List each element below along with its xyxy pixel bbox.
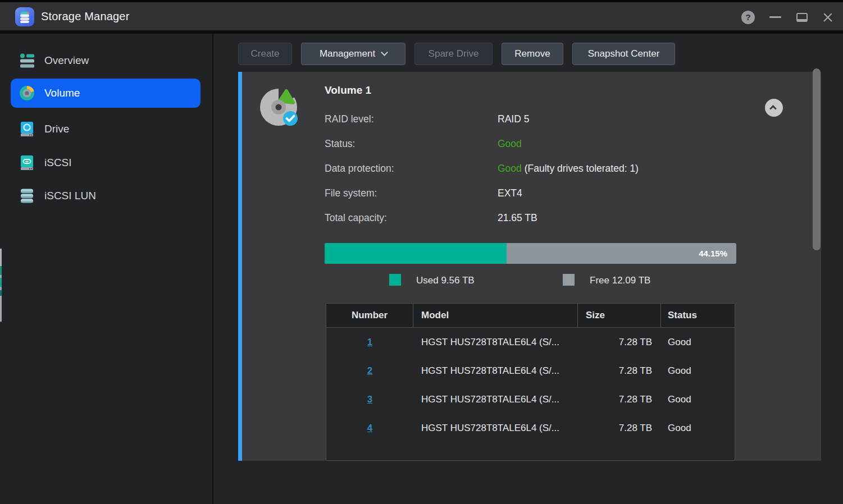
usage-progress-bar: 44.15% (325, 243, 736, 264)
sidebar-item-label: iSCSI (44, 150, 72, 175)
storage-manager-window: Storage Manager ? (0, 0, 843, 504)
maximize-icon (796, 13, 808, 22)
chevron-down-icon (381, 49, 388, 56)
sidebar-item-label: Drive (44, 116, 69, 141)
volume-panel: Volume 1 RAID level: RAID 5 Status: Good… (238, 72, 821, 461)
drive-number-link[interactable]: 2 (367, 365, 372, 377)
storage-manager-app-icon (15, 7, 34, 26)
minimize-button[interactable] (765, 2, 785, 32)
column-header-model: Model (413, 304, 578, 327)
volume-title: Volume 1 (325, 84, 371, 97)
snapshot-center-button[interactable]: Snapshot Center (572, 43, 675, 65)
sidebar-item-overview[interactable]: Overview (0, 48, 212, 73)
drive-number-link[interactable]: 4 (367, 423, 372, 434)
drive-status: Good (661, 328, 735, 356)
drive-size: 7.28 TB (578, 328, 661, 356)
content-area: Create Management Spare Drive Remove Sna… (213, 34, 843, 504)
sidebar-item-label: Overview (44, 48, 89, 73)
close-button[interactable] (818, 2, 837, 32)
drive-status: Good (661, 356, 735, 385)
info-row-status: Status: Good (325, 131, 718, 156)
drive-size: 7.28 TB (578, 356, 661, 385)
volume-disk-icon (258, 86, 301, 130)
table-row: 2 HGST HUS728T8TALE6L4 (S/... 7.28 TB Go… (326, 356, 735, 385)
file-system-value: EXT4 (498, 181, 522, 205)
drive-model: HGST HUS728T8TALE6L4 (S/... (413, 356, 578, 385)
close-icon (822, 11, 834, 24)
titlebar: Storage Manager ? (0, 2, 843, 32)
drive-status: Good (661, 414, 735, 442)
sidebar-item-drive[interactable]: Drive (0, 116, 212, 141)
remove-button[interactable]: Remove (502, 43, 563, 65)
usage-legend: Used 9.56 TB Free 12.09 TB (325, 274, 736, 287)
drive-status: Good (661, 385, 735, 414)
drive-number-link[interactable]: 3 (367, 394, 372, 405)
column-header-number: Number (326, 304, 413, 327)
column-header-status: Status (661, 304, 735, 327)
sidebar: Overview Volume (0, 34, 212, 504)
sidebar-item-label: Volume (44, 79, 80, 108)
app-body: Overview Volume (0, 34, 843, 504)
help-button[interactable]: ? (739, 2, 758, 32)
drive-size: 7.28 TB (578, 385, 661, 414)
collapse-panel-button[interactable] (765, 99, 783, 117)
sidebar-item-iscsi[interactable]: iSCSI (0, 150, 212, 175)
volume-icon (19, 85, 35, 102)
minimize-icon (769, 16, 781, 18)
free-label: Free 12.09 TB (590, 274, 650, 287)
status-good-badge: Good (498, 138, 522, 149)
drive-table: Number Model Size Status 1 HGST HUS728T8… (326, 303, 735, 461)
create-button[interactable]: Create (238, 43, 292, 65)
info-row-file-system: File system: EXT4 (325, 181, 718, 205)
panel-accent-bar (238, 72, 242, 461)
data-protection-good-badge: Good (498, 163, 522, 174)
management-dropdown-button[interactable]: Management (301, 43, 405, 65)
iscsi-icon (19, 154, 35, 171)
drive-model: HGST HUS728T8TALE6L4 (S/... (413, 328, 578, 356)
info-row-data-protection: Data protection: Good (Faulty drives tol… (325, 156, 718, 181)
table-row: 4 HGST HUS728T8TALE6L4 (S/... 7.28 TB Go… (326, 414, 735, 442)
overview-icon (19, 52, 35, 69)
table-row: 3 HGST HUS728T8TALE6L4 (S/... 7.28 TB Go… (326, 385, 735, 414)
raid-level-value: RAID 5 (498, 107, 529, 131)
total-capacity-value: 21.65 TB (498, 205, 537, 230)
iscsi-lun-icon (19, 187, 35, 204)
sidebar-item-volume[interactable]: Volume (11, 79, 201, 108)
usage-percent-label: 44.15% (699, 243, 727, 264)
free-swatch (563, 274, 575, 286)
drive-table-header: Number Model Size Status (326, 304, 735, 328)
scrollbar-thumb[interactable] (813, 68, 821, 250)
used-label: Used 9.56 TB (416, 274, 475, 287)
usage-fill (325, 243, 507, 264)
toolbar: Create Management Spare Drive Remove Sna… (238, 43, 675, 65)
spare-drive-button[interactable]: Spare Drive (414, 43, 493, 65)
sidebar-item-iscsi-lun[interactable]: iSCSI LUN (0, 183, 212, 208)
used-swatch (389, 274, 401, 286)
drive-size: 7.28 TB (578, 414, 661, 442)
screen-edge-artifact (0, 249, 2, 322)
volume-info: RAID level: RAID 5 Status: Good Data pro… (325, 107, 718, 230)
info-row-total-capacity: Total capacity: 21.65 TB (325, 205, 718, 230)
app-title: Storage Manager (41, 2, 130, 32)
column-header-size: Size (578, 304, 661, 327)
sidebar-item-label: iSCSI LUN (44, 183, 96, 208)
drive-number-link[interactable]: 1 (367, 337, 372, 348)
help-icon: ? (741, 11, 755, 24)
drive-model: HGST HUS728T8TALE6L4 (S/... (413, 414, 578, 442)
table-row: 1 HGST HUS728T8TALE6L4 (S/... 7.28 TB Go… (326, 328, 735, 356)
drive-icon (19, 121, 35, 138)
maximize-button[interactable] (792, 2, 812, 32)
chevron-up-icon (769, 105, 777, 112)
drive-model: HGST HUS728T8TALE6L4 (S/... (413, 385, 578, 414)
info-row-raid-level: RAID level: RAID 5 (325, 107, 718, 131)
